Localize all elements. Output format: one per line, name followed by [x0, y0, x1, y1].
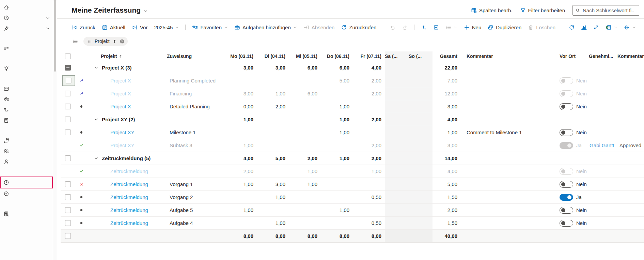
row-checkbox[interactable] [65, 65, 71, 71]
project-link[interactable]: Project XY [87, 129, 135, 135]
hours-cell[interactable]: 0,00 [225, 100, 257, 113]
hours-cell-so[interactable] [409, 100, 433, 113]
col-7[interactable]: Do (06.11) [321, 51, 353, 61]
kommentar-cell[interactable] [461, 165, 559, 178]
row-checkbox[interactable] [65, 129, 71, 135]
hours-cell[interactable]: 1,00 [321, 152, 353, 165]
project-link[interactable]: Project X [87, 91, 131, 96]
hours-cell[interactable]: 8,00 [289, 230, 321, 242]
hours-cell[interactable]: 0,50 [353, 217, 385, 229]
sidebar-item-ressourcenplaene[interactable] [0, 135, 53, 146]
project-link[interactable]: Project XY [87, 142, 135, 148]
hours-cell[interactable]: 8,00 [321, 230, 353, 242]
hours-cell[interactable]: 1,00 [321, 126, 353, 139]
hours-cell-sa[interactable] [385, 217, 409, 229]
keyword-search-input[interactable] [583, 7, 634, 13]
delete-button[interactable]: Löschen [528, 25, 555, 30]
back-button[interactable]: Zurück [72, 25, 95, 30]
kommentar-cell[interactable] [461, 113, 559, 126]
hours-cell[interactable] [321, 217, 353, 229]
project-link[interactable]: Zeitrückmeldung [87, 220, 148, 226]
hours-cell[interactable] [289, 100, 321, 113]
insert-row-button[interactable] [421, 25, 427, 30]
hours-cell-sa[interactable] [385, 165, 409, 178]
filter-chip-projekt[interactable]: Projekt [83, 37, 128, 46]
hours-cell-sa[interactable] [385, 87, 409, 100]
hours-cell[interactable]: 1,00 [225, 178, 257, 190]
row-checkbox[interactable] [65, 233, 71, 239]
kommentar-cell[interactable] [461, 139, 559, 152]
col-8[interactable]: Fr (07.11) [353, 51, 385, 61]
hours-cell[interactable]: 1,00 [321, 204, 353, 216]
sidebar-scrollbar[interactable] [53, 0, 57, 260]
project-link[interactable]: Zeitrückmeldung [87, 194, 148, 200]
col-3[interactable]: Zuweisung [167, 51, 225, 61]
hours-cell-so[interactable] [409, 74, 433, 87]
col-6[interactable]: Mi (05.11) [289, 51, 321, 61]
undo-button[interactable] [390, 25, 395, 30]
vor-ort-toggle[interactable] [560, 207, 573, 214]
hours-cell[interactable] [225, 217, 257, 229]
hours-cell[interactable]: 8,00 [353, 230, 385, 242]
hours-cell-sa[interactable] [385, 230, 409, 242]
hours-cell[interactable]: 0,50 [353, 191, 385, 203]
edit-columns-button[interactable]: Spalten bearb. [471, 7, 513, 13]
hours-cell-so[interactable] [409, 165, 433, 178]
hours-cell[interactable] [225, 74, 257, 87]
hours-cell[interactable]: 1,00 [225, 204, 257, 216]
col-projekt[interactable]: Projekt [87, 51, 167, 61]
sidebar-item-meine-arbeit[interactable] [0, 43, 53, 54]
hours-cell-sa[interactable] [385, 113, 409, 126]
fullscreen-button[interactable] [593, 25, 599, 30]
project-link[interactable]: Zeitrückmeldung [87, 181, 148, 187]
hours-cell[interactable] [289, 191, 321, 203]
chart-button[interactable] [581, 25, 587, 30]
genehmiger-link[interactable]: Gabi Gantt [589, 142, 614, 148]
hours-cell[interactable]: 1,00 [321, 113, 353, 126]
kommentar-cell[interactable] [461, 87, 559, 100]
title-chevron-down-icon[interactable] [143, 9, 148, 13]
hours-cell[interactable] [289, 126, 321, 139]
kommentar-cell[interactable] [461, 230, 559, 242]
project-link[interactable]: Zeitrückmeldung [87, 207, 148, 213]
refresh-button[interactable] [569, 25, 575, 30]
col-14[interactable]: Genehmi... [589, 51, 617, 61]
row-checkbox[interactable] [65, 220, 71, 226]
hours-cell[interactable] [289, 74, 321, 87]
remove-filter-icon[interactable] [120, 39, 125, 44]
hours-cell[interactable] [257, 113, 289, 126]
hours-cell[interactable]: 1,00 [321, 100, 353, 113]
kommentar-cell[interactable] [461, 204, 559, 216]
hours-cell[interactable]: 3,00 [225, 87, 257, 100]
hours-cell[interactable]: 5,00 [321, 74, 353, 87]
hours-cell[interactable] [353, 100, 385, 113]
collapse-button[interactable] [433, 25, 439, 30]
hours-cell-sa[interactable] [385, 152, 409, 165]
hours-cell[interactable] [289, 113, 321, 126]
hours-cell[interactable]: 2,00 [353, 139, 385, 152]
hours-cell[interactable]: 1,00 [257, 217, 289, 229]
hours-cell[interactable] [321, 139, 353, 152]
add-tasks-button[interactable]: Aufgaben hinzufügen [234, 25, 297, 30]
hours-cell[interactable] [257, 139, 289, 152]
kommentar-cell[interactable] [461, 191, 559, 203]
edit-filter-button[interactable]: Filter bearbeiten [520, 7, 565, 13]
col-9[interactable]: Sa (... [385, 51, 409, 61]
hours-cell[interactable]: 2,00 [257, 100, 289, 113]
row-checkbox[interactable] [65, 91, 71, 96]
hours-cell[interactable]: 4,00 [353, 61, 385, 74]
group-list-icon[interactable] [72, 39, 78, 44]
vor-ort-toggle[interactable] [560, 220, 573, 227]
hours-cell[interactable] [257, 165, 289, 178]
select-all-checkbox[interactable] [65, 53, 71, 59]
new-button[interactable]: Neu [464, 25, 482, 30]
sidebar-item-startseite-top[interactable] [0, 2, 53, 13]
submit-button[interactable]: Absenden [303, 25, 335, 30]
hours-cell-sa[interactable] [385, 61, 409, 74]
hours-cell-so[interactable] [409, 61, 433, 74]
kommentar-cell[interactable] [461, 152, 559, 165]
row-checkbox[interactable] [66, 78, 72, 83]
group-label[interactable]: Project XY (2) [102, 117, 135, 122]
duplicate-button[interactable]: Duplizieren [488, 25, 521, 30]
hours-cell[interactable] [353, 126, 385, 139]
